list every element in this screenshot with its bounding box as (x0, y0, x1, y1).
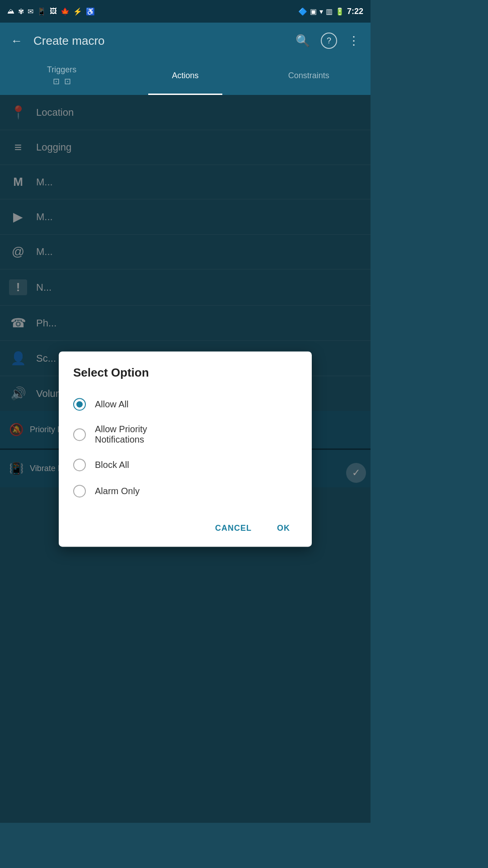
bluetooth-icon: 🔷 (298, 7, 307, 16)
nfc-icon: ▣ (310, 7, 317, 16)
option-alarm-only-label: Alarm Only (95, 486, 140, 496)
app-icon-1: ⛰ (7, 7, 14, 15)
app-bar-title: Create macro (33, 34, 285, 48)
main-content: 📍 Location ≡ Logging M M... ▶ M... @ M..… (0, 95, 371, 823)
option-allow-all[interactable]: Allow All (73, 392, 297, 416)
option-alarm-only[interactable]: Alarm Only (73, 479, 297, 503)
app-icon-8: ♿ (86, 7, 95, 16)
app-icon-7: ⚡ (73, 7, 82, 16)
option-allow-all-label: Allow All (95, 399, 128, 410)
clock: 7:22 (347, 7, 363, 16)
tab-triggers-label: Triggers (47, 65, 76, 75)
wifi-icon: ▾ (319, 7, 323, 16)
tab-constraints-label: Constraints (288, 71, 329, 80)
tab-constraints[interactable]: Constraints (247, 59, 371, 95)
dialog-buttons: CANCEL OK (73, 515, 297, 538)
trigger-icon-1: ⊡ (53, 76, 60, 86)
option-allow-priority-label: Allow PriorityNotifications (95, 424, 147, 445)
app-icon-3: ✉ (28, 7, 33, 16)
ok-button[interactable]: OK (270, 519, 297, 538)
radio-allow-priority[interactable] (73, 428, 86, 441)
option-allow-priority[interactable]: Allow PriorityNotifications (73, 419, 297, 450)
app-icon-6: 🍁 (61, 7, 70, 16)
trigger-icon-2: ⊡ (64, 76, 71, 86)
battery-icon: 🔋 (335, 7, 344, 16)
cancel-button[interactable]: CANCEL (208, 519, 259, 538)
radio-alarm-only[interactable] (73, 485, 86, 497)
app-icon-4: 📱 (37, 7, 46, 16)
more-button[interactable]: ⋮ (344, 30, 363, 52)
dialog-title: Select Option (73, 366, 297, 380)
tab-triggers-icons: ⊡ ⊡ (53, 76, 71, 86)
app-bar: ← Create macro 🔍 ? ⋮ (0, 23, 371, 59)
status-bar: ⛰ ✾ ✉ 📱 🖼 🍁 ⚡ ♿ 🔷 ▣ ▾ ▥ 🔋 7:22 (0, 0, 371, 23)
tab-actions[interactable]: Actions (123, 59, 247, 95)
select-option-dialog: Select Option Allow All Allow PriorityNo… (59, 351, 312, 547)
app-icon-2: ✾ (18, 7, 24, 16)
option-block-all-label: Block All (95, 460, 129, 470)
dialog-options: Allow All Allow PriorityNotifications Bl… (73, 392, 297, 503)
tabs-bar: Triggers ⊡ ⊡ Actions Constraints (0, 59, 371, 95)
search-button[interactable]: 🔍 (292, 30, 314, 52)
status-icons-left: ⛰ ✾ ✉ 📱 🖼 🍁 ⚡ ♿ (7, 7, 95, 16)
signal-icon: ▥ (326, 7, 333, 16)
radio-block-all[interactable] (73, 458, 86, 471)
option-block-all[interactable]: Block All (73, 453, 297, 476)
tab-actions-label: Actions (172, 71, 198, 80)
app-icon-5: 🖼 (50, 7, 57, 15)
help-button[interactable]: ? (321, 33, 337, 49)
radio-allow-all[interactable] (73, 398, 86, 410)
tab-triggers[interactable]: Triggers ⊡ ⊡ (0, 59, 123, 95)
back-button[interactable]: ← (7, 30, 26, 52)
status-icons-right: 🔷 ▣ ▾ ▥ 🔋 7:22 (298, 7, 363, 16)
